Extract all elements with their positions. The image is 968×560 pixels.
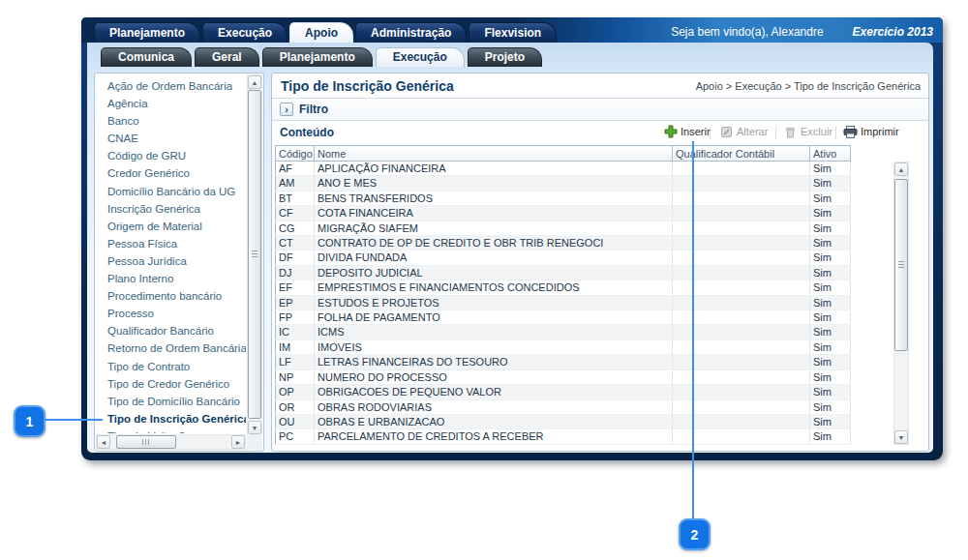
sidebar-item-inscricao-generica[interactable]: Inscrição Genérica bbox=[107, 200, 246, 218]
table-cell: BT bbox=[276, 191, 315, 205]
sidebar-item-codigo-de-gru[interactable]: Código de GRU bbox=[107, 147, 246, 164]
imprimir-button[interactable]: Imprimir bbox=[843, 125, 899, 138]
table-cell: APLICAÇÃO FINANCEIRA bbox=[315, 162, 673, 176]
table-cell: Sim bbox=[810, 162, 851, 176]
main-tab-execucao[interactable]: Execução bbox=[202, 22, 287, 43]
sidebar-item-plano-interno[interactable]: Plano Interno bbox=[107, 270, 246, 287]
sidebar-item-cnae[interactable]: CNAE bbox=[107, 130, 246, 147]
table-row[interactable]: CTCONTRATO DE OP DE CREDITO E OBR TRIB R… bbox=[276, 236, 851, 251]
sidebar-hscrollbar-thumb[interactable] bbox=[116, 435, 176, 449]
table-cell: Sim bbox=[810, 429, 851, 444]
sidebar-vertical-scrollbar[interactable] bbox=[247, 74, 262, 435]
sidebar-item-tipo-de-inscricao-generica[interactable]: Tipo de Inscrição Genérica bbox=[107, 410, 246, 427]
table-row[interactable]: OROBRAS RODOVIARIASSim bbox=[276, 399, 851, 414]
table-row[interactable]: FPFOLHA DE PAGAMENTOSim bbox=[276, 310, 851, 325]
toolbar-divider bbox=[835, 127, 836, 139]
table-cell: DJ bbox=[276, 265, 315, 280]
delete-trash-icon bbox=[783, 125, 798, 138]
section-label: Conteúdo bbox=[280, 126, 334, 139]
main-tab-flexvision[interactable]: Flexvision bbox=[469, 22, 557, 43]
table-cell: PC bbox=[276, 429, 315, 444]
table-cell: ICMS bbox=[315, 325, 673, 339]
table-row[interactable]: OUOBRAS E URBANIZACAOSim bbox=[276, 414, 851, 428]
sidebar-item-tipo-de-domicilio-bancario[interactable]: Tipo de Domicílio Bancário bbox=[107, 393, 246, 410]
sidebar-item-tipo-de-credor-generico[interactable]: Tipo de Credor Genérico bbox=[107, 375, 246, 393]
table-row[interactable]: EPESTUDOS E PROJETOSSim bbox=[276, 295, 851, 309]
sub-tab-comunica[interactable]: Comunica bbox=[101, 47, 192, 67]
table-cell: EMPRESTIMOS E FINANCIAMENTOS CONCEDIDOS bbox=[315, 280, 673, 295]
sidebar-item-processo[interactable]: Processo bbox=[107, 305, 246, 322]
table-cell: FOLHA DE PAGAMENTO bbox=[315, 310, 673, 325]
sidebar-item-retorno-de-ordem-bancaria[interactable]: Retorno de Ordem Bancária bbox=[107, 339, 246, 357]
table-cell: Sim bbox=[810, 414, 851, 428]
table-row[interactable]: OPOBRIGACOES DE PEQUENO VALORSim bbox=[276, 385, 851, 399]
scroll-left-icon[interactable] bbox=[97, 435, 110, 449]
table-row[interactable]: ICICMSSim bbox=[276, 325, 851, 339]
sidebar-item-banco[interactable]: Banco bbox=[107, 112, 246, 130]
main-tab-apoio[interactable]: Apoio bbox=[289, 22, 353, 43]
table-row[interactable]: IMIMOVEISSim bbox=[276, 339, 851, 354]
table-row[interactable]: PCPARCELAMENTO DE CREDITOS A RECEBERSim bbox=[276, 429, 851, 444]
sidebar-item-procedimento-bancario[interactable]: Procedimento bancário bbox=[107, 287, 246, 305]
toolbar-button-label: Excluir bbox=[801, 126, 832, 137]
column-header-nome[interactable]: Nome bbox=[315, 146, 673, 162]
inserir-button[interactable]: Inserir bbox=[663, 125, 711, 138]
expand-chevron-icon[interactable] bbox=[280, 103, 293, 116]
title-bar: Tipo de Inscrição Genérica Apoio > Execu… bbox=[272, 74, 928, 99]
table-row[interactable]: DFDIVIDA FUNDADASim bbox=[276, 251, 851, 265]
sidebar-item-qualificador-bancario[interactable]: Qualificador Bancário bbox=[107, 322, 246, 339]
sidebar-horizontal-scrollbar[interactable] bbox=[96, 434, 246, 450]
table-cell: OU bbox=[276, 414, 315, 428]
sidebar-item-tipo-de-contrato[interactable]: Tipo de Contrato bbox=[107, 358, 246, 375]
main-tab-administracao[interactable]: Administração bbox=[355, 22, 467, 43]
sub-tab-planejamento[interactable]: Planejamento bbox=[262, 47, 373, 67]
table-cell: BENS TRANSFERIDOS bbox=[315, 191, 673, 205]
sidebar-item-pessoa-juridica[interactable]: Pessoa Jurídica bbox=[107, 252, 246, 270]
table-row[interactable]: LFLETRAS FINANCEIRAS DO TESOUROSim bbox=[276, 355, 851, 369]
table-row[interactable]: CFCOTA FINANCEIRASim bbox=[276, 206, 851, 221]
sub-tab-projeto[interactable]: Projeto bbox=[468, 47, 542, 67]
sidebar-item-domicilio-bancario-da-ug[interactable]: Domicílio Bancário da UG bbox=[107, 183, 246, 200]
breadcrumb: Apoio > Execução > Tipo de Inscrição Gen… bbox=[696, 80, 928, 92]
table-row[interactable]: DJDEPOSITO JUDICIALSim bbox=[276, 265, 851, 280]
sidebar-scrollbar-thumb[interactable] bbox=[248, 90, 261, 419]
sidebar-menu: Ação de Ordem BancáriaAgênciaBancoCNAECó… bbox=[95, 77, 246, 433]
annotation-badge-1: 1 bbox=[14, 405, 45, 437]
sidebar-item-tipo-de-licitacao[interactable]: Tipo de Licitação bbox=[107, 427, 246, 433]
scroll-down-icon[interactable] bbox=[894, 430, 908, 444]
table-cell: OBRIGACOES DE PEQUENO VALOR bbox=[315, 385, 673, 399]
table-cell: IC bbox=[276, 325, 315, 339]
table-cell: CONTRATO DE OP DE CREDITO E OBR TRIB REN… bbox=[315, 236, 673, 251]
table-row[interactable]: AFAPLICAÇÃO FINANCEIRASim bbox=[276, 162, 851, 176]
sidebar-item-agencia[interactable]: Agência bbox=[107, 95, 246, 112]
table-row[interactable]: BTBENS TRANSFERIDOSSim bbox=[276, 191, 851, 205]
table-row[interactable]: EFEMPRESTIMOS E FINANCIAMENTOS CONCEDIDO… bbox=[276, 280, 851, 295]
table-row[interactable]: CGMIGRAÇÃO SIAFEMSim bbox=[276, 221, 851, 235]
alterar-button: Alterar bbox=[719, 125, 768, 138]
sub-tab-geral[interactable]: Geral bbox=[195, 47, 259, 67]
table-cell: Sim bbox=[810, 399, 851, 414]
sidebar-item-acao-de-ordem-bancaria[interactable]: Ação de Ordem Bancária bbox=[107, 77, 246, 95]
table-vertical-scrollbar[interactable] bbox=[893, 162, 909, 445]
sub-tab-execucao[interactable]: Execução bbox=[376, 47, 465, 67]
table-row[interactable]: NPNUMERO DO PROCESSOSim bbox=[276, 369, 851, 384]
table-cell: IM bbox=[276, 339, 315, 354]
scroll-down-icon[interactable] bbox=[248, 421, 261, 434]
scroll-up-icon[interactable] bbox=[248, 75, 261, 89]
table-cell: Sim bbox=[810, 295, 851, 309]
table-cell: Sim bbox=[810, 176, 851, 191]
table-scrollbar-thumb[interactable] bbox=[894, 179, 908, 351]
scroll-right-icon[interactable] bbox=[231, 435, 245, 449]
scroll-up-icon[interactable] bbox=[894, 162, 908, 176]
sidebar-item-credor-generico[interactable]: Credor Genérico bbox=[107, 164, 246, 182]
table-cell: Sim bbox=[810, 325, 851, 339]
column-header-codigo[interactable]: Código bbox=[276, 146, 315, 162]
sidebar-item-origem-de-material[interactable]: Origem de Material bbox=[107, 218, 246, 235]
table-row[interactable]: AMANO E MESSim bbox=[276, 176, 851, 191]
table-cell: IMOVEIS bbox=[315, 339, 673, 354]
main-tab-planejamento[interactable]: Planejamento bbox=[94, 22, 200, 43]
sidebar-item-pessoa-fisica[interactable]: Pessoa Física bbox=[107, 235, 246, 252]
table-body: AFAPLICAÇÃO FINANCEIRASimAMANO E MESSimB… bbox=[276, 162, 851, 445]
table-cell: OP bbox=[276, 385, 315, 399]
column-header-ativo[interactable]: Ativo bbox=[810, 146, 851, 162]
